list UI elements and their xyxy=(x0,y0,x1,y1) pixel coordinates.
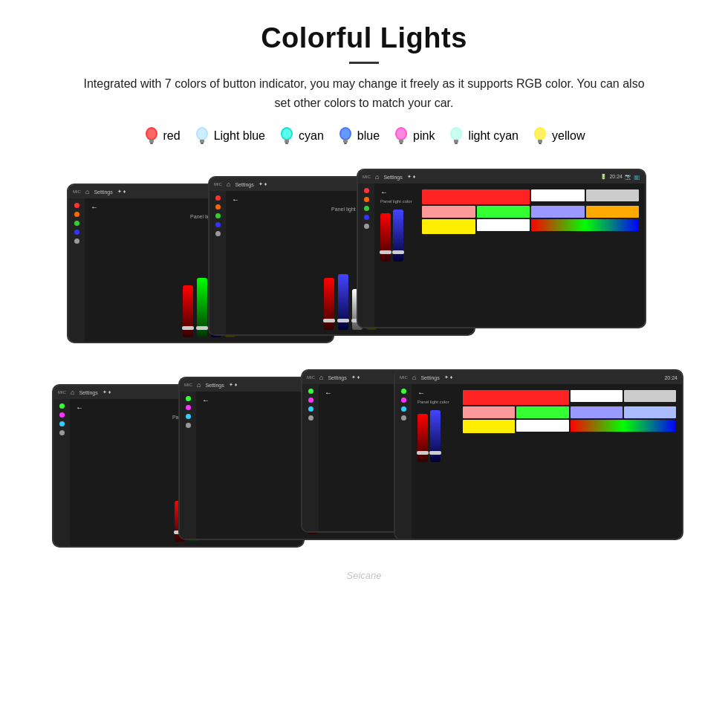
top-screen-3: MIC ⌂ Settings ✦ ♦ 🔋20:24📷📺 xyxy=(357,169,646,328)
pink-label: pink xyxy=(413,129,435,143)
pink-bulb-icon xyxy=(393,126,409,146)
page-title: Colorful Lights xyxy=(30,22,698,54)
svg-point-21 xyxy=(452,129,461,139)
svg-rect-2 xyxy=(149,140,154,143)
red-label: red xyxy=(163,129,181,143)
svg-rect-11 xyxy=(285,143,288,144)
svg-rect-10 xyxy=(285,140,289,143)
light-blue-label: Light blue xyxy=(214,129,265,143)
color-yellow: yellow xyxy=(532,126,585,146)
svg-rect-19 xyxy=(400,143,403,144)
light-blue-bulb-icon xyxy=(194,126,210,146)
red-bulb-icon xyxy=(143,126,160,146)
screen-topbar-3: MIC ⌂ Settings ✦ ♦ 🔋20:24📷📺 xyxy=(358,170,645,184)
svg-rect-3 xyxy=(150,143,153,144)
svg-point-25 xyxy=(536,129,545,139)
cyan-label: cyan xyxy=(299,129,324,143)
watermark: Seicane xyxy=(30,570,698,581)
color-pink: pink xyxy=(393,126,435,146)
bottom-screens-row: MIC ⌂ Settings ✦ ♦ ← Panel light c xyxy=(30,369,698,562)
color-legend: red Light blue cyan xyxy=(30,126,698,146)
svg-rect-14 xyxy=(343,140,348,143)
subtitle-text: Integrated with 7 colors of button indic… xyxy=(82,74,646,112)
light-cyan-label: light cyan xyxy=(468,129,519,143)
color-cyan: cyan xyxy=(279,126,324,146)
svg-rect-6 xyxy=(200,140,204,143)
light-cyan-bulb-icon xyxy=(448,126,464,146)
blue-label: blue xyxy=(357,129,380,143)
color-blue: blue xyxy=(337,126,380,146)
svg-rect-23 xyxy=(455,143,458,144)
color-red: red xyxy=(143,126,181,146)
yellow-label: yellow xyxy=(552,129,585,143)
color-grid xyxy=(422,189,639,234)
color-light-cyan: light cyan xyxy=(448,126,519,146)
svg-point-17 xyxy=(397,129,406,139)
svg-rect-27 xyxy=(539,143,542,144)
svg-point-1 xyxy=(147,129,156,139)
yellow-bulb-icon xyxy=(532,126,548,146)
svg-rect-26 xyxy=(538,140,542,143)
svg-point-5 xyxy=(198,129,207,139)
color-grid-bottom xyxy=(463,390,676,433)
title-divider xyxy=(349,62,379,64)
svg-rect-18 xyxy=(399,140,403,143)
cyan-bulb-icon xyxy=(279,126,295,146)
svg-rect-7 xyxy=(201,143,204,144)
top-screens-row: MIC ⌂ Settings ✦ ♦ MIC xyxy=(30,169,698,354)
header-section: Colorful Lights Integrated with 7 colors… xyxy=(30,22,698,112)
svg-point-13 xyxy=(341,129,350,139)
bottom-screen-4: MIC ⌂ Settings ✦ ♦ 20:24 xyxy=(394,369,683,540)
color-light-blue: Light blue xyxy=(194,126,265,146)
svg-point-9 xyxy=(282,129,291,139)
blue-bulb-icon xyxy=(337,126,354,146)
page-wrapper: Colorful Lights Integrated with 7 colors… xyxy=(0,0,728,596)
svg-rect-22 xyxy=(454,140,458,143)
svg-rect-15 xyxy=(344,143,347,144)
